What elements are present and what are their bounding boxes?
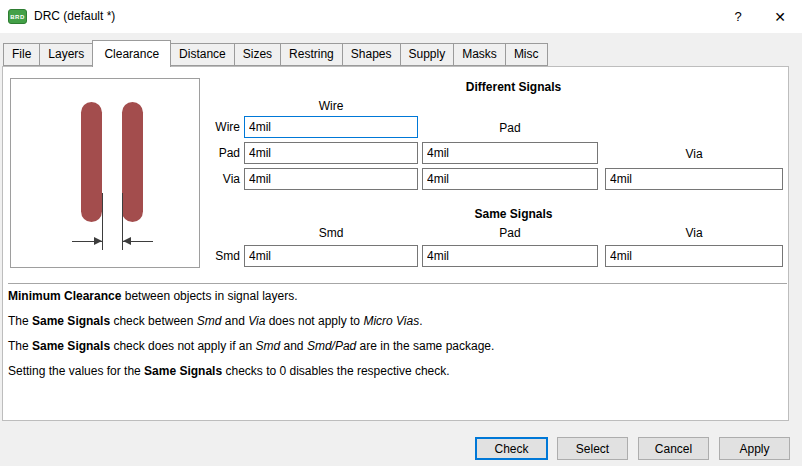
note-text: Same Signals	[32, 314, 110, 328]
note-micro-vias: The Same Signals check between Smd and V…	[8, 314, 423, 328]
tab-masks[interactable]: Masks	[453, 43, 506, 66]
note-text: and	[280, 339, 307, 353]
cancel-button[interactable]: Cancel	[638, 437, 709, 460]
note-text: between objects in signal layers.	[121, 289, 297, 303]
tab-restring[interactable]: Restring	[280, 43, 343, 66]
check-button[interactable]: Check	[475, 437, 548, 460]
ds-row-label-via: Via	[202, 168, 240, 190]
note-text: does not apply to	[265, 314, 363, 328]
tab-sizes[interactable]: Sizes	[234, 43, 281, 66]
note-text: Smd	[197, 314, 222, 328]
input-wire-wire[interactable]	[244, 116, 418, 138]
tab-shapes[interactable]: Shapes	[342, 43, 401, 66]
note-text: Smd/Pad	[307, 339, 356, 353]
tab-misc[interactable]: Misc	[505, 43, 548, 66]
dimension-arrow-left-icon	[123, 237, 131, 245]
input-smd-pad[interactable]	[422, 245, 598, 267]
tab-bar: File Layers Clearance Distance Sizes Res…	[3, 33, 548, 67]
note-text: Minimum Clearance	[8, 289, 121, 303]
ds-column-header-wire: Wire	[244, 99, 418, 113]
note-text: Micro Vias	[363, 314, 419, 328]
input-via-via[interactable]	[605, 168, 783, 190]
note-text: checks to 0 disables the respective chec…	[222, 364, 449, 378]
note-text: Via	[248, 314, 265, 328]
tab-clearance[interactable]: Clearance	[92, 40, 171, 67]
ss-column-header-smd: Smd	[244, 226, 418, 240]
tab-distance[interactable]: Distance	[170, 43, 235, 66]
input-pad-pad[interactable]	[422, 142, 598, 164]
note-zero-disables: Setting the values for the Same Signals …	[8, 364, 450, 378]
different-signals-heading: Different Signals	[244, 80, 783, 94]
drc-dialog-window: BRD DRC (default *) ? ✕ File Layers Clea…	[0, 0, 802, 466]
title-bar: BRD DRC (default *) ? ✕	[0, 0, 802, 33]
trace-left-graphic	[81, 102, 102, 222]
select-button[interactable]: Select	[557, 437, 628, 460]
tab-supply[interactable]: Supply	[400, 43, 455, 66]
note-text: The	[8, 314, 32, 328]
dimension-extension-line	[102, 193, 103, 250]
note-text: Smd	[256, 339, 281, 353]
note-text: check does not apply if an	[110, 339, 255, 353]
ss-row-label-smd: Smd	[202, 245, 240, 267]
ss-column-header-pad: Pad	[422, 226, 598, 240]
note-text: check between	[110, 314, 197, 328]
section-divider	[8, 283, 787, 284]
dimension-arrow-right-icon	[94, 237, 102, 245]
note-same-package: The Same Signals check does not apply if…	[8, 339, 494, 353]
ds-row-label-wire: Wire	[202, 116, 240, 138]
close-button[interactable]: ✕	[758, 0, 802, 33]
window-title: DRC (default *)	[34, 9, 115, 23]
clearance-preview-panel	[10, 78, 200, 268]
ds-row-label-pad: Pad	[202, 142, 240, 164]
input-via-pad[interactable]	[422, 168, 598, 190]
help-button[interactable]: ?	[720, 0, 756, 33]
ss-column-header-via: Via	[605, 226, 783, 240]
tab-layers[interactable]: Layers	[39, 43, 93, 66]
ds-column-header-pad: Pad	[422, 121, 598, 135]
input-smd-via[interactable]	[605, 245, 783, 267]
ds-column-header-via: Via	[605, 147, 783, 161]
note-text: are in the same package.	[356, 339, 494, 353]
input-smd-smd[interactable]	[244, 245, 418, 267]
apply-button[interactable]: Apply	[719, 437, 790, 460]
brd-file-icon: BRD	[8, 9, 27, 24]
note-minimum-clearance: Minimum Clearance between objects in sig…	[8, 289, 297, 303]
trace-right-graphic	[122, 102, 143, 222]
note-text: .	[419, 314, 422, 328]
same-signals-heading: Same Signals	[244, 207, 783, 221]
tab-file[interactable]: File	[3, 43, 40, 66]
note-text: and	[221, 314, 248, 328]
note-text: Setting the values for the	[8, 364, 144, 378]
note-text: Same Signals	[144, 364, 222, 378]
note-text: The	[8, 339, 32, 353]
input-via-wire[interactable]	[244, 168, 418, 190]
input-pad-wire[interactable]	[244, 142, 418, 164]
note-text: Same Signals	[32, 339, 110, 353]
